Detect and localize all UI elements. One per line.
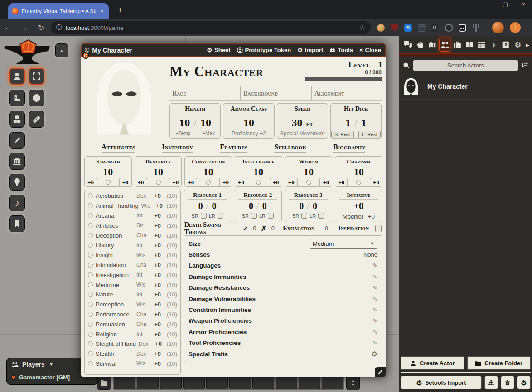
- resource-label[interactable]: Resource 2: [238, 191, 278, 200]
- ability-check-mod[interactable]: +0: [370, 178, 382, 186]
- close-sheet-button[interactable]: × Close: [359, 47, 381, 53]
- skill-row[interactable]: Religion Int +0 (10): [85, 329, 180, 339]
- speed-value[interactable]: 30: [291, 117, 302, 129]
- resource-max[interactable]: 0: [212, 201, 216, 211]
- ability-score[interactable]: 10: [203, 167, 213, 177]
- walls-tool-button[interactable]: [9, 153, 25, 170]
- ability-name[interactable]: Wisdom: [289, 158, 328, 166]
- senses-row[interactable]: Senses None: [189, 249, 377, 260]
- cookie-extension-icon[interactable]: [377, 24, 385, 32]
- ability-name[interactable]: Strength: [88, 158, 127, 166]
- long-rest-button[interactable]: L. Rest: [358, 131, 381, 138]
- select-targets-button[interactable]: [29, 68, 44, 85]
- browser-update-button[interactable]: ↑: [510, 22, 521, 33]
- prototype-token-button[interactable]: Prototype Token: [237, 47, 291, 53]
- macro-slot[interactable]: [137, 376, 159, 389]
- skill-row[interactable]: Sleight of Hand Dex +0 (10): [85, 339, 180, 349]
- macro-slot[interactable]: [252, 376, 274, 389]
- ability-name[interactable]: Dexterity: [139, 158, 178, 166]
- delete-button[interactable]: [501, 376, 514, 389]
- skill-proficiency-toggle[interactable]: [88, 361, 93, 366]
- hp-temp-label[interactable]: +Temp: [175, 130, 190, 136]
- skill-proficiency-toggle[interactable]: [88, 233, 93, 238]
- ability-save-mod[interactable]: +0: [335, 178, 348, 186]
- edit-icon[interactable]: ✎: [372, 273, 377, 280]
- new-tab-button[interactable]: +: [114, 5, 126, 16]
- folder-tree-button[interactable]: [484, 376, 498, 389]
- initiative-label[interactable]: Initiative: [339, 191, 378, 200]
- sheet-tab[interactable]: Features: [220, 143, 247, 153]
- skill-proficiency-toggle[interactable]: [88, 282, 93, 287]
- skill-proficiency-toggle[interactable]: [88, 292, 93, 297]
- macro-slot[interactable]: [276, 376, 297, 389]
- ability-check-mod[interactable]: +0: [219, 178, 232, 186]
- save-proficiency-toggle[interactable]: [356, 180, 361, 185]
- macro-slot[interactable]: [206, 376, 228, 389]
- macro-slot[interactable]: [299, 376, 320, 389]
- edit-icon[interactable]: ✎: [372, 296, 377, 302]
- grid-extension-icon[interactable]: [418, 24, 426, 32]
- tab-compendium[interactable]: [501, 38, 511, 52]
- skill-row[interactable]: Intimidation Cha +0 (10): [85, 260, 180, 270]
- sr-checkbox[interactable]: [251, 213, 257, 219]
- tab-scenes[interactable]: [427, 38, 437, 52]
- browser-tab[interactable]: Foundry Virtual Tabletop • A Stan ×: [8, 3, 109, 19]
- s-extension-icon[interactable]: S: [404, 24, 412, 32]
- inspiration-checkbox[interactable]: [375, 225, 382, 232]
- skill-row[interactable]: Animal Handling Wis +0 (10): [85, 201, 180, 211]
- token-tool-button[interactable]: [9, 68, 25, 85]
- skill-proficiency-toggle[interactable]: [88, 223, 93, 228]
- tab-journal[interactable]: [464, 38, 475, 52]
- death-success-count[interactable]: 0: [251, 225, 258, 232]
- macro-slot[interactable]: [322, 376, 343, 389]
- tab-tables[interactable]: [476, 38, 487, 52]
- skill-row[interactable]: Acrobatics Dex +0 (10): [85, 191, 180, 201]
- ruler-tool-button[interactable]: [29, 111, 44, 128]
- skill-proficiency-toggle[interactable]: [88, 203, 93, 208]
- resource-label[interactable]: Resource 1: [188, 191, 227, 200]
- sheet-tab[interactable]: Spellbook: [274, 143, 306, 153]
- edit-icon[interactable]: ✎: [372, 317, 377, 324]
- skill-proficiency-toggle[interactable]: [88, 332, 93, 337]
- alignment-field[interactable]: Alignment: [312, 86, 382, 100]
- ability-score[interactable]: 10: [153, 167, 163, 177]
- skill-row[interactable]: Survival Wis +0 (10): [85, 359, 180, 369]
- macro-slot[interactable]: [160, 376, 182, 389]
- window-minimize-button[interactable]: –: [482, 1, 492, 8]
- tab-items[interactable]: [452, 38, 463, 52]
- import-button[interactable]: ⚙ Import: [297, 47, 323, 53]
- page-down-icon[interactable]: ▼: [351, 383, 355, 387]
- skill-proficiency-toggle[interactable]: [88, 243, 93, 248]
- bookmark-star-icon[interactable]: ☆: [359, 24, 365, 32]
- ability-save-mod[interactable]: +0: [85, 178, 97, 186]
- target-tool-button[interactable]: [29, 90, 44, 106]
- ability-name[interactable]: Intelligence: [239, 158, 278, 166]
- edit-icon[interactable]: ✎: [372, 339, 377, 346]
- resource-value[interactable]: 0: [198, 201, 203, 211]
- initiative-value[interactable]: +0: [354, 201, 363, 211]
- save-proficiency-toggle[interactable]: [256, 180, 261, 185]
- tab-actors[interactable]: [439, 38, 450, 52]
- ability-check-mod[interactable]: +0: [169, 178, 181, 186]
- lighting-tool-button[interactable]: [9, 174, 25, 191]
- ability-check-mod[interactable]: +0: [270, 178, 282, 186]
- create-actor-button[interactable]: Create Actor: [401, 356, 464, 370]
- configure-button[interactable]: ⚙: [517, 376, 531, 389]
- notes-tool-button[interactable]: [9, 215, 25, 232]
- skill-proficiency-toggle[interactable]: [88, 253, 93, 258]
- ability-name[interactable]: Charisma: [339, 158, 378, 166]
- skill-proficiency-toggle[interactable]: [88, 213, 93, 218]
- ability-score[interactable]: 10: [354, 167, 364, 177]
- skill-proficiency-toggle[interactable]: [88, 272, 93, 277]
- skill-proficiency-toggle[interactable]: [88, 193, 93, 198]
- resource-max[interactable]: 0: [313, 201, 317, 211]
- d-extension-icon[interactable]: D.: [431, 24, 439, 32]
- ac-value[interactable]: 10: [243, 117, 254, 129]
- skill-proficiency-toggle[interactable]: [88, 322, 93, 327]
- character-portrait[interactable]: [83, 57, 165, 140]
- sr-checkbox[interactable]: [301, 213, 307, 219]
- death-failure-icon[interactable]: ✗: [261, 225, 267, 233]
- skill-row[interactable]: Insight Wis +0 (10): [85, 250, 180, 260]
- ublock-extension-icon[interactable]: [391, 24, 398, 32]
- tab-playlists[interactable]: ♪: [488, 38, 499, 52]
